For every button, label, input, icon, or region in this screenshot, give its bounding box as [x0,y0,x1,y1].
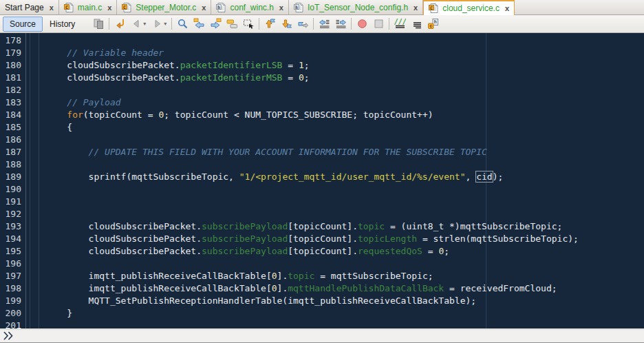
code-line[interactable]: imqtt_publishReceiveCallBackTable[0].top… [45,270,644,282]
find-next-icon[interactable] [207,17,224,32]
code-token: = (uint8_t *)mqttSubscribeTopic; [385,221,562,231]
code-token: 1 [299,60,304,70]
code-line[interactable] [45,158,644,171]
code-token: cloudSubscribePacket. [45,60,180,70]
code-editor[interactable]: 1781791801811821831841851861871881891901… [0,33,644,329]
line-number: 198 [0,282,25,295]
line-number: 186 [0,134,25,146]
start-macro-icon[interactable] [354,17,370,32]
code-token: ]. [277,271,288,281]
comment-icon[interactable]: /// [391,17,408,32]
header-file-icon: h [294,3,303,12]
find-previous-icon[interactable] [191,17,207,32]
code-token: // UPDATE THIS FIELD WITH YOUR ACCOUNT I… [45,147,487,157]
code-token: subscribePayload [202,221,288,231]
svg-text:h: h [295,4,298,10]
find-selection-icon[interactable] [174,17,191,32]
code-line[interactable] [45,258,644,270]
previous-bookmark-icon[interactable] [261,17,278,32]
code-line[interactable]: } [45,307,644,320]
code-token: = [282,60,298,70]
code-token: packetIdentifierLSB [180,60,283,70]
code-token: } [45,308,72,318]
tab-close-icon[interactable]: x [278,3,283,12]
line-number: 180 [0,59,25,72]
code-line[interactable] [45,208,644,220]
code-line[interactable]: sprintf(mqttSubscribeTopic, "1/<project_… [45,171,644,183]
tab-label: IoT_Sensor_Node_config.h [308,3,408,12]
code-line[interactable] [45,196,644,208]
uncomment-icon[interactable] [408,17,425,32]
tab-close-icon[interactable]: x [106,3,111,12]
tab-iot-sensor-node-config-h[interactable]: hIoT_Sensor_Node_config.hx [289,0,423,14]
line-number: 185 [0,121,25,134]
tab-main-c[interactable]: Cmain.cx [59,0,117,14]
code-line[interactable]: { [45,121,644,134]
code-line[interactable] [45,84,644,96]
rectangular-selection-icon[interactable] [240,17,257,32]
code-line[interactable]: imqtt_publishReceiveCallBackTable[0].mqt… [45,282,644,295]
tab-label: Start Page [5,3,44,12]
tab-close-icon[interactable]: x [200,3,206,12]
toggle-header-source-icon[interactable]: hc [425,17,441,32]
code-token: "1/<project_mqtt_id/user_mqtt_id/%s/even… [239,172,466,182]
next-bookmark-icon[interactable] [278,17,294,32]
code-line[interactable]: // UPDATE THIS FIELD WITH YOUR ACCOUNT I… [45,146,644,158]
tab-close-icon[interactable]: x [504,4,509,12]
tab-stepper-motor-c[interactable]: CStepper_Motor.cx [117,0,211,14]
double-chevron-right-icon[interactable] [3,331,14,341]
code-line[interactable]: cloudSubscribePacket.subscribePayload[to… [45,233,644,245]
last-edit-icon[interactable] [111,17,128,32]
toolbar-separator [313,18,314,30]
code-text-area[interactable]: // Variable header cloudSubscribePacket.… [45,34,644,329]
source-view-button[interactable]: Source [3,17,43,32]
code-line[interactable]: cloudSubscribePacket.packetIdentifierLSB… [45,59,644,72]
history-view-button[interactable]: History [43,17,82,32]
line-number: 201 [0,320,25,329]
code-token: requestedQoS [358,246,422,256]
toggle-bookmark-icon[interactable] [294,17,311,32]
code-token: ); [493,172,504,182]
shift-right-icon[interactable] [332,17,349,32]
line-number: 191 [0,196,25,208]
code-line[interactable]: // Payload [45,96,644,109]
line-number: 200 [0,307,25,320]
code-token: // Payload [45,97,121,107]
line-number: 182 [0,84,25,96]
code-token: = receivedFromCloud; [444,283,557,293]
code-token: ; [444,246,449,256]
code-token: topic [358,221,385,231]
code-line[interactable] [45,320,644,329]
toggle-highlight-icon[interactable] [224,17,240,32]
code-line[interactable]: cloudSubscribePacket.subscribePayload[to… [45,245,644,258]
code-line[interactable]: cloudSubscribePacket.packetIdentifierMSB… [45,72,644,84]
code-line[interactable] [45,134,644,146]
forward-icon: ▾ [149,17,169,32]
line-number: 197 [0,270,25,282]
code-line[interactable]: for(topicCount = 0; topicCount < NUM_TOP… [45,109,644,121]
line-number: 196 [0,258,25,270]
code-line[interactable] [45,34,644,47]
code-line[interactable]: // Variable header [45,47,644,59]
tab-label: conf_winc.h [230,3,273,12]
code-token: (topicCount = [83,110,159,120]
code-token: [topicCount]. [288,246,358,256]
toolbar-separator [109,18,109,30]
code-line[interactable] [45,183,644,196]
tab-cloud-service-c[interactable]: Ccloud_service.cx [423,0,515,15]
tab-label: Stepper_Motor.c [136,3,196,12]
code-line[interactable]: MQTT_SetPublishReceptionHandlerTable(imq… [45,295,644,307]
tab-close-icon[interactable]: x [48,3,54,12]
code-token: ; [304,60,310,70]
tab-start-page[interactable]: Start Pagex [0,0,59,14]
code-line[interactable]: cloudSubscribePacket.subscribePayload[to… [45,220,644,233]
code-token: , [466,172,477,182]
tab-conf-winc-h[interactable]: hconf_winc.hx [211,0,289,14]
shift-left-icon[interactable] [316,17,332,32]
svg-text:h: h [218,4,221,10]
code-token: subscribePayload [202,246,288,256]
code-token: 0 [299,72,304,83]
tab-close-icon[interactable]: x [412,3,418,12]
line-number: 184 [0,109,25,121]
tab-label: cloud_service.c [442,3,500,13]
